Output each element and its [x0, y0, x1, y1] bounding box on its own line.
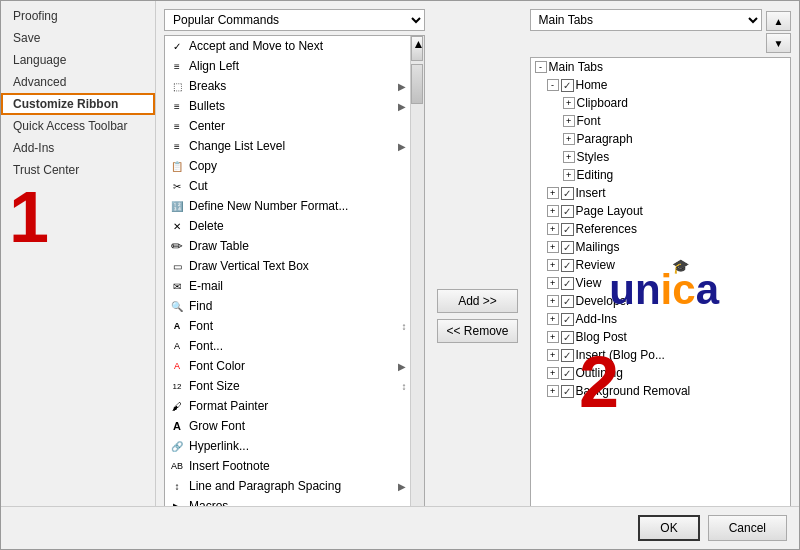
list-item[interactable]: ✂ Cut	[165, 176, 410, 196]
sidebar-item-advanced[interactable]: Advanced	[1, 71, 155, 93]
tree-item-home[interactable]: - Home	[531, 76, 790, 94]
expand-page-layout[interactable]: +	[547, 205, 559, 217]
tree-item-blog-post[interactable]: + Blog Post	[531, 328, 790, 346]
sidebar-item-language[interactable]: Language	[1, 49, 155, 71]
expand-main-tabs[interactable]: -	[535, 61, 547, 73]
ok-button[interactable]: OK	[638, 515, 699, 541]
checkbox-page-layout[interactable]	[561, 205, 574, 218]
tree-item-paragraph[interactable]: + Paragraph	[531, 130, 790, 148]
number-format-icon: 🔢	[169, 198, 185, 214]
sidebar-item-proofing[interactable]: Proofing	[1, 5, 155, 27]
expand-bg-removal[interactable]: +	[547, 385, 559, 397]
list-item[interactable]: A Font...	[165, 336, 410, 356]
checkbox-developer[interactable]	[561, 295, 574, 308]
expand-addins[interactable]: +	[547, 313, 559, 325]
popular-commands-dropdown[interactable]: Popular Commands	[164, 9, 425, 31]
expand-blog-post[interactable]: +	[547, 331, 559, 343]
tree-item-page-layout[interactable]: + Page Layout	[531, 202, 790, 220]
left-list-scrollbar[interactable]: ▲ ▼	[410, 36, 424, 506]
expand-insert[interactable]: +	[547, 187, 559, 199]
list-item[interactable]: ↕ Line and Paragraph Spacing ▶	[165, 476, 410, 496]
find-icon: 🔍	[169, 298, 185, 314]
scroll-up-btn[interactable]: ▲	[411, 36, 423, 61]
arrow-icon: ▶	[398, 101, 406, 112]
checkbox-mailings[interactable]	[561, 241, 574, 254]
list-item[interactable]: ≡ Center	[165, 116, 410, 136]
expand-references[interactable]: +	[547, 223, 559, 235]
list-item[interactable]: AB Insert Footnote	[165, 456, 410, 476]
list-item[interactable]: ≡ Change List Level ▶	[165, 136, 410, 156]
checkbox-blog-post[interactable]	[561, 331, 574, 344]
checkbox-review[interactable]	[561, 259, 574, 272]
checkbox-insert[interactable]	[561, 187, 574, 200]
list-item[interactable]: ✕ Delete	[165, 216, 410, 236]
text-box-icon: ▭	[169, 258, 185, 274]
list-item-grow-font[interactable]: A Grow Font	[165, 416, 410, 436]
list-item[interactable]: 12 Font Size ↕	[165, 376, 410, 396]
list-item[interactable]: ≡ Align Left	[165, 56, 410, 76]
sidebar-item-quick-access[interactable]: Quick Access Toolbar	[1, 115, 155, 137]
tree-item-references[interactable]: + References	[531, 220, 790, 238]
expand-editing[interactable]: +	[563, 169, 575, 181]
tree-item-outlining[interactable]: + Outlining	[531, 364, 790, 382]
list-item[interactable]: ≡ Bullets ▶	[165, 96, 410, 116]
tree-item-insert-blog[interactable]: + Insert (Blog Po...	[531, 346, 790, 364]
list-item[interactable]: ✉ E-mail	[165, 276, 410, 296]
checkbox-addins[interactable]	[561, 313, 574, 326]
sidebar-item-save[interactable]: Save	[1, 27, 155, 49]
number-2-label: 2	[579, 341, 619, 423]
checkbox-outlining[interactable]	[561, 367, 574, 380]
expand-home[interactable]: -	[547, 79, 559, 91]
right-panel: Main Tabs ▲ ▼ - Main Tabs	[530, 9, 791, 506]
remove-button[interactable]: << Remove	[437, 319, 517, 343]
scroll-down-button[interactable]: ▼	[766, 33, 791, 53]
checkbox-home[interactable]	[561, 79, 574, 92]
checkbox-references[interactable]	[561, 223, 574, 236]
checkbox-bg-removal[interactable]	[561, 385, 574, 398]
list-item[interactable]: 🖌 Format Painter	[165, 396, 410, 416]
expand-mailings[interactable]: +	[547, 241, 559, 253]
main-tabs-dropdown[interactable]: Main Tabs	[530, 9, 762, 31]
tree-item-bg-removal[interactable]: + Background Removal	[531, 382, 790, 400]
checkbox-view[interactable]	[561, 277, 574, 290]
unica-a: a	[696, 266, 719, 314]
expand-outlining[interactable]: +	[547, 367, 559, 379]
list-item-draw-table[interactable]: ✏ Draw Table	[165, 236, 410, 256]
add-button[interactable]: Add >>	[437, 289, 517, 313]
tree-item-clipboard[interactable]: + Clipboard	[531, 94, 790, 112]
list-item-font[interactable]: A Font ↕	[165, 316, 410, 336]
accept-move-icon: ✓	[169, 38, 185, 54]
list-item[interactable]: ▶ Macros	[165, 496, 410, 506]
expand-styles[interactable]: +	[563, 151, 575, 163]
list-item[interactable]: A Font Color ▶	[165, 356, 410, 376]
tree-item-mailings[interactable]: + Mailings	[531, 238, 790, 256]
hyperlink-icon: 🔗	[169, 438, 185, 454]
expand-font[interactable]: +	[563, 115, 575, 127]
list-item[interactable]: 🔗 Hyperlink...	[165, 436, 410, 456]
expand-view[interactable]: +	[547, 277, 559, 289]
commands-list[interactable]: ▲ ▼ ✓ Accept and Move to Next ≡ Alig	[164, 35, 425, 506]
tree-item-editing[interactable]: + Editing	[531, 166, 790, 184]
list-item-copy[interactable]: 📋 Copy	[165, 156, 410, 176]
sidebar-item-customize-ribbon[interactable]: Customize Ribbon	[1, 93, 155, 115]
list-item[interactable]: ▭ Draw Vertical Text Box	[165, 256, 410, 276]
expand-insert-blog[interactable]: +	[547, 349, 559, 361]
expand-paragraph[interactable]: +	[563, 133, 575, 145]
expand-developer[interactable]: +	[547, 295, 559, 307]
list-item[interactable]: ✓ Accept and Move to Next	[165, 36, 410, 56]
list-item[interactable]: 🔍 Find	[165, 296, 410, 316]
checkbox-insert-blog[interactable]	[561, 349, 574, 362]
tree-item-insert[interactable]: + Insert	[531, 184, 790, 202]
scroll-thumb[interactable]	[411, 64, 423, 104]
tree-item-main-tabs[interactable]: - Main Tabs	[531, 58, 790, 76]
expand-clipboard[interactable]: +	[563, 97, 575, 109]
cancel-button[interactable]: Cancel	[708, 515, 787, 541]
list-item[interactable]: ⬚ Breaks ▶	[165, 76, 410, 96]
expand-review[interactable]: +	[547, 259, 559, 271]
sidebar-item-addins[interactable]: Add-Ins	[1, 137, 155, 159]
tree-item-styles[interactable]: + Styles	[531, 148, 790, 166]
tree-item-font[interactable]: + Font	[531, 112, 790, 130]
list-item[interactable]: 🔢 Define New Number Format...	[165, 196, 410, 216]
align-left-icon: ≡	[169, 58, 185, 74]
scroll-up-button[interactable]: ▲	[766, 11, 791, 31]
